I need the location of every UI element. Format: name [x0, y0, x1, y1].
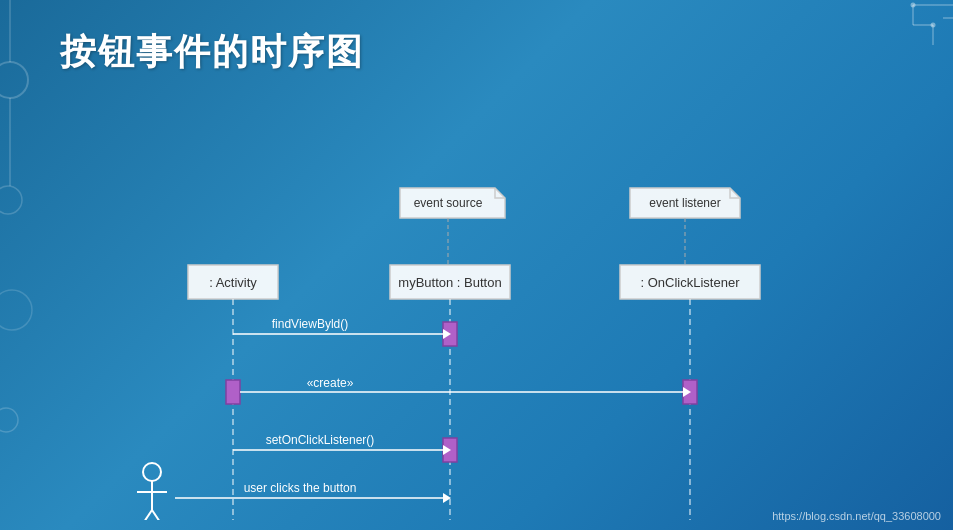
svg-line-28 [140, 510, 152, 520]
lifeline-button: myButton : Button [390, 265, 510, 299]
activation-activity-1 [226, 380, 240, 404]
page-title: 按钮事件的时序图 [60, 28, 364, 77]
svg-text:myButton : Button: myButton : Button [398, 275, 501, 290]
note-event-listener: event listener [630, 188, 740, 218]
deco-top-right [863, 0, 953, 50]
svg-text:: Activity: : Activity [209, 275, 257, 290]
label-userclick: user clicks the button [244, 481, 357, 495]
sequence-diagram: event source event listener : Activity m… [0, 90, 953, 520]
svg-text:event source: event source [414, 196, 483, 210]
label-create: «create» [307, 376, 354, 390]
lifeline-activity: : Activity [188, 265, 278, 299]
svg-line-29 [152, 510, 164, 520]
label-findviewbyid: findViewByld() [272, 317, 348, 331]
svg-text:: OnClickListener: : OnClickListener [641, 275, 741, 290]
watermark: https://blog.csdn.net/qq_33608000 [772, 510, 941, 522]
note-event-source: event source [400, 188, 505, 218]
stick-figure-user [137, 463, 167, 520]
svg-point-11 [911, 3, 916, 8]
svg-point-12 [931, 23, 936, 28]
lifeline-listener: : OnClickListener [620, 265, 760, 299]
label-setonclick: setOnClickListener() [266, 433, 375, 447]
svg-text:event listener: event listener [649, 196, 720, 210]
svg-point-25 [143, 463, 161, 481]
